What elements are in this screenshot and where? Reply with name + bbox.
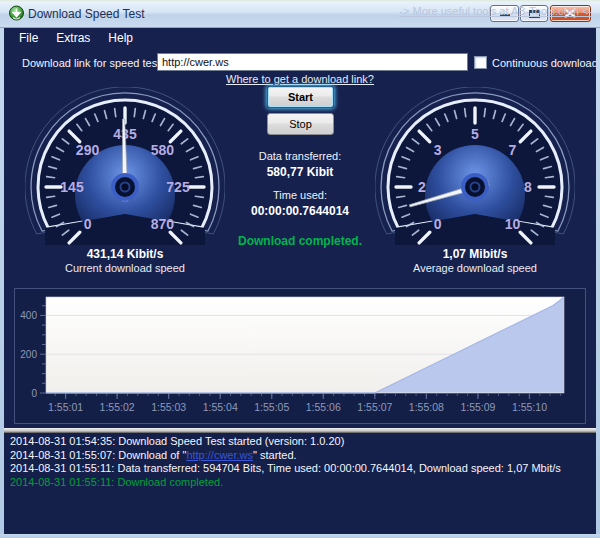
window-border-right [596,28,600,538]
gauge-scale-label: 3 [434,142,442,158]
y-axis-label: 400 [20,310,37,321]
current-speed-value: 431,14 Kibit/s [25,247,225,261]
y-axis-label: 0 [31,388,37,399]
continuous-download-checkbox[interactable] [474,56,487,69]
start-button[interactable]: Start [267,86,334,108]
gauge-scale-label: 580 [151,142,175,158]
log-output[interactable]: 2014-08-31 01:54:35: Download Speed Test… [4,433,596,534]
window-border-left [0,28,4,538]
x-axis-label: 1:55:10 [512,401,547,413]
app-window: Download Speed Test FileExtrasHelp -> Mo… [0,0,600,538]
ab-tools-link[interactable]: -> More useful tools at AB-Tools.com <- [399,5,592,17]
log-line: 2014-08-31 01:55:11: Data transferred: 5… [10,462,590,476]
current-speed-caption: Current download speed [25,262,225,274]
average-speed-value: 1,07 Mibit/s [375,247,575,261]
menu-item-file[interactable]: File [10,28,47,45]
average-speed-caption: Average download speed [375,262,575,274]
x-axis-label: 1:55:09 [460,401,495,413]
gauge-scale-label: 10 [505,216,521,232]
log-line: 2014-08-31 01:55:11: Download completed. [10,476,590,490]
x-axis-label: 1:55:08 [409,401,444,413]
download-completed-message: Download completed. [200,234,400,248]
where-to-get-link[interactable]: Where to get a download link? [226,73,374,85]
time-used-value: 00:00:00.7644014 [215,204,385,218]
download-link-label: Download link for speed test: [22,57,163,69]
gauge-scale-label: 870 [151,216,175,232]
stop-button[interactable]: Stop [267,113,334,135]
window-border-bottom [0,534,600,538]
x-axis-label: 1:55:06 [306,401,341,413]
continuous-download-label: Continuous download [492,57,598,69]
y-axis-label: 200 [20,349,37,360]
where-link-row: Where to get a download link? [0,73,600,85]
x-axis-label: 1:55:03 [151,401,186,413]
log-url-link[interactable]: http://cwer.ws [186,449,253,461]
gauge-scale-label: 5 [471,126,479,142]
x-axis-label: 1:55:01 [48,401,83,413]
gauge-scale-label: 2 [418,179,426,195]
log-line: 2014-08-31 01:54:35: Download Speed Test… [10,435,590,449]
current-speed-gauge: 0145290435580725870 [25,87,225,245]
menu-item-help[interactable]: Help [99,28,142,45]
x-axis-label: 1:55:02 [100,401,135,413]
gauge-scale-label: 0 [434,216,442,232]
gauge-scale-label: 7 [509,142,517,158]
gauge-scale-label: 725 [166,179,190,195]
app-icon [8,5,25,22]
x-axis-label: 1:55:05 [254,401,289,413]
x-axis-label: 1:55:07 [357,401,392,413]
x-axis-label: 1:55:04 [203,401,238,413]
data-transferred-label: Data transferred: [230,150,370,162]
window-title: Download Speed Test [28,7,145,21]
speed-chart-panel: 02004001:55:011:55:021:55:031:55:041:55:… [14,288,586,424]
menu-item-extras[interactable]: Extras [47,28,99,45]
gauge-scale-label: 8 [524,179,532,195]
gauge-scale-label: 0 [84,216,92,232]
gauge-scale-label: 145 [60,179,84,195]
data-transferred-value: 580,77 Kibit [215,165,385,179]
log-line: 2014-08-31 01:55:07: Download of "http:/… [10,449,590,463]
menu-bar: FileExtrasHelp [4,28,596,48]
average-speed-gauge: 02357810 [375,87,575,245]
speed-chart: 02004001:55:011:55:021:55:031:55:041:55:… [15,289,585,423]
download-url-input[interactable] [157,53,468,71]
time-used-label: Time used: [230,189,370,201]
gauge-scale-label: 290 [76,142,100,158]
